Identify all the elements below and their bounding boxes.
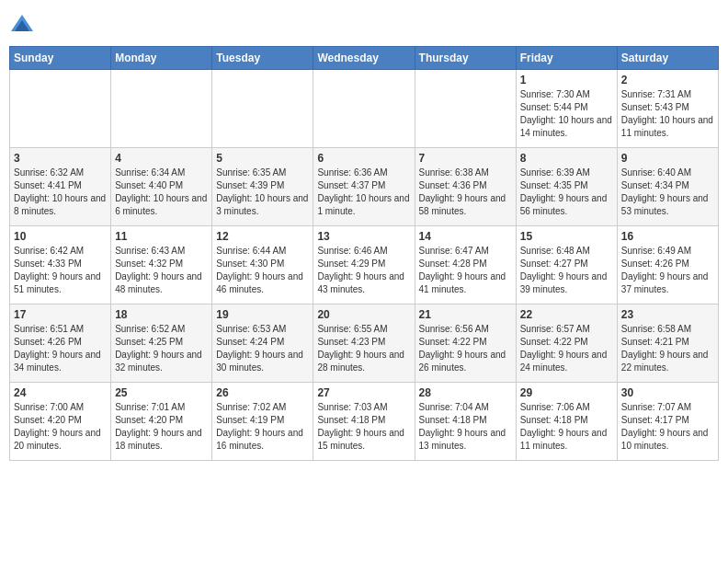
day-cell: 27Sunrise: 7:03 AM Sunset: 4:18 PM Dayli… xyxy=(313,383,415,461)
day-cell: 28Sunrise: 7:04 AM Sunset: 4:18 PM Dayli… xyxy=(415,383,516,461)
day-number: 29 xyxy=(520,386,613,399)
day-cell: 30Sunrise: 7:07 AM Sunset: 4:17 PM Dayli… xyxy=(617,383,718,461)
day-number: 13 xyxy=(317,230,410,243)
day-number: 27 xyxy=(317,386,410,399)
day-info: Sunrise: 7:02 AM Sunset: 4:19 PM Dayligh… xyxy=(216,401,309,453)
day-info: Sunrise: 6:42 AM Sunset: 4:33 PM Dayligh… xyxy=(14,245,107,296)
day-number: 5 xyxy=(216,152,309,165)
day-cell: 4Sunrise: 6:34 AM Sunset: 4:40 PM Daylig… xyxy=(111,148,212,226)
day-cell xyxy=(10,70,111,148)
day-cell: 9Sunrise: 6:40 AM Sunset: 4:34 PM Daylig… xyxy=(617,148,718,226)
day-cell: 29Sunrise: 7:06 AM Sunset: 4:18 PM Dayli… xyxy=(516,383,617,461)
day-cell: 20Sunrise: 6:55 AM Sunset: 4:23 PM Dayli… xyxy=(313,304,415,383)
day-number: 3 xyxy=(14,152,107,165)
logo xyxy=(9,13,39,39)
day-cell: 22Sunrise: 6:57 AM Sunset: 4:22 PM Dayli… xyxy=(516,304,617,383)
day-cell: 24Sunrise: 7:00 AM Sunset: 4:20 PM Dayli… xyxy=(10,383,111,461)
day-number: 8 xyxy=(520,152,613,165)
day-number: 11 xyxy=(115,230,208,243)
day-cell: 1Sunrise: 7:30 AM Sunset: 5:44 PM Daylig… xyxy=(516,70,617,148)
day-cell: 3Sunrise: 6:32 AM Sunset: 4:41 PM Daylig… xyxy=(10,148,111,226)
day-info: Sunrise: 6:52 AM Sunset: 4:25 PM Dayligh… xyxy=(115,323,208,374)
day-cell: 14Sunrise: 6:47 AM Sunset: 4:28 PM Dayli… xyxy=(415,226,516,304)
day-info: Sunrise: 6:55 AM Sunset: 4:23 PM Dayligh… xyxy=(317,323,410,374)
col-header-monday: Monday xyxy=(111,47,212,70)
day-cell: 13Sunrise: 6:46 AM Sunset: 4:29 PM Dayli… xyxy=(313,226,415,304)
day-number: 24 xyxy=(14,386,107,399)
day-info: Sunrise: 6:47 AM Sunset: 4:28 PM Dayligh… xyxy=(419,245,512,296)
col-header-saturday: Saturday xyxy=(617,47,718,70)
day-cell: 18Sunrise: 6:52 AM Sunset: 4:25 PM Dayli… xyxy=(111,304,212,383)
day-cell: 12Sunrise: 6:44 AM Sunset: 4:30 PM Dayli… xyxy=(212,226,313,304)
week-row-1: 1Sunrise: 7:30 AM Sunset: 5:44 PM Daylig… xyxy=(10,70,719,148)
day-cell: 5Sunrise: 6:35 AM Sunset: 4:39 PM Daylig… xyxy=(212,148,313,226)
day-cell xyxy=(111,70,212,148)
day-info: Sunrise: 6:36 AM Sunset: 4:37 PM Dayligh… xyxy=(317,167,410,218)
day-info: Sunrise: 6:49 AM Sunset: 4:26 PM Dayligh… xyxy=(621,245,714,296)
day-info: Sunrise: 7:30 AM Sunset: 5:44 PM Dayligh… xyxy=(520,88,613,140)
day-info: Sunrise: 6:51 AM Sunset: 4:26 PM Dayligh… xyxy=(14,323,107,374)
day-number: 4 xyxy=(115,152,208,165)
day-number: 22 xyxy=(520,308,613,321)
week-row-2: 3Sunrise: 6:32 AM Sunset: 4:41 PM Daylig… xyxy=(10,148,719,226)
day-info: Sunrise: 7:00 AM Sunset: 4:20 PM Dayligh… xyxy=(14,401,107,453)
day-number: 1 xyxy=(520,74,613,86)
day-info: Sunrise: 7:03 AM Sunset: 4:18 PM Dayligh… xyxy=(317,401,410,453)
calendar-table: SundayMondayTuesdayWednesdayThursdayFrid… xyxy=(9,46,719,461)
day-info: Sunrise: 7:04 AM Sunset: 4:18 PM Dayligh… xyxy=(419,401,512,453)
day-cell: 7Sunrise: 6:38 AM Sunset: 4:36 PM Daylig… xyxy=(415,148,516,226)
day-info: Sunrise: 6:56 AM Sunset: 4:22 PM Dayligh… xyxy=(419,323,512,374)
day-number: 26 xyxy=(216,386,309,399)
col-header-wednesday: Wednesday xyxy=(313,47,415,70)
day-info: Sunrise: 6:39 AM Sunset: 4:35 PM Dayligh… xyxy=(520,167,613,218)
day-cell: 6Sunrise: 6:36 AM Sunset: 4:37 PM Daylig… xyxy=(313,148,415,226)
day-info: Sunrise: 6:46 AM Sunset: 4:29 PM Dayligh… xyxy=(317,245,410,296)
day-cell: 16Sunrise: 6:49 AM Sunset: 4:26 PM Dayli… xyxy=(617,226,718,304)
col-header-friday: Friday xyxy=(516,47,617,70)
day-cell xyxy=(313,70,415,148)
day-cell xyxy=(212,70,313,148)
day-cell: 8Sunrise: 6:39 AM Sunset: 4:35 PM Daylig… xyxy=(516,148,617,226)
day-cell xyxy=(415,70,516,148)
day-info: Sunrise: 6:38 AM Sunset: 4:36 PM Dayligh… xyxy=(419,167,512,218)
day-info: Sunrise: 7:06 AM Sunset: 4:18 PM Dayligh… xyxy=(520,401,613,453)
col-header-sunday: Sunday xyxy=(10,47,111,70)
day-info: Sunrise: 6:43 AM Sunset: 4:32 PM Dayligh… xyxy=(115,245,208,296)
day-cell: 2Sunrise: 7:31 AM Sunset: 5:43 PM Daylig… xyxy=(617,70,718,148)
logo-icon xyxy=(9,13,35,39)
day-cell: 10Sunrise: 6:42 AM Sunset: 4:33 PM Dayli… xyxy=(10,226,111,304)
day-info: Sunrise: 6:34 AM Sunset: 4:40 PM Dayligh… xyxy=(115,167,208,218)
day-number: 6 xyxy=(317,152,410,165)
day-info: Sunrise: 6:32 AM Sunset: 4:41 PM Dayligh… xyxy=(14,167,107,218)
header-row: SundayMondayTuesdayWednesdayThursdayFrid… xyxy=(10,47,719,70)
day-number: 14 xyxy=(419,230,512,243)
day-number: 19 xyxy=(216,308,309,321)
day-info: Sunrise: 6:58 AM Sunset: 4:21 PM Dayligh… xyxy=(621,323,714,374)
day-info: Sunrise: 7:07 AM Sunset: 4:17 PM Dayligh… xyxy=(621,401,714,453)
week-row-4: 17Sunrise: 6:51 AM Sunset: 4:26 PM Dayli… xyxy=(10,304,719,383)
day-number: 15 xyxy=(520,230,613,243)
day-info: Sunrise: 6:44 AM Sunset: 4:30 PM Dayligh… xyxy=(216,245,309,296)
day-cell: 25Sunrise: 7:01 AM Sunset: 4:20 PM Dayli… xyxy=(111,383,212,461)
week-row-3: 10Sunrise: 6:42 AM Sunset: 4:33 PM Dayli… xyxy=(10,226,719,304)
day-number: 20 xyxy=(317,308,410,321)
day-cell: 11Sunrise: 6:43 AM Sunset: 4:32 PM Dayli… xyxy=(111,226,212,304)
day-info: Sunrise: 6:40 AM Sunset: 4:34 PM Dayligh… xyxy=(621,167,714,218)
day-info: Sunrise: 6:57 AM Sunset: 4:22 PM Dayligh… xyxy=(520,323,613,374)
week-row-5: 24Sunrise: 7:00 AM Sunset: 4:20 PM Dayli… xyxy=(10,383,719,461)
day-info: Sunrise: 7:01 AM Sunset: 4:20 PM Dayligh… xyxy=(115,401,208,453)
day-number: 18 xyxy=(115,308,208,321)
day-cell: 23Sunrise: 6:58 AM Sunset: 4:21 PM Dayli… xyxy=(617,304,718,383)
col-header-tuesday: Tuesday xyxy=(212,47,313,70)
day-cell: 19Sunrise: 6:53 AM Sunset: 4:24 PM Dayli… xyxy=(212,304,313,383)
day-info: Sunrise: 7:31 AM Sunset: 5:43 PM Dayligh… xyxy=(621,88,714,140)
day-number: 30 xyxy=(621,386,714,399)
day-number: 21 xyxy=(419,308,512,321)
day-number: 16 xyxy=(621,230,714,243)
day-cell: 15Sunrise: 6:48 AM Sunset: 4:27 PM Dayli… xyxy=(516,226,617,304)
day-number: 7 xyxy=(419,152,512,165)
day-number: 10 xyxy=(14,230,107,243)
day-cell: 21Sunrise: 6:56 AM Sunset: 4:22 PM Dayli… xyxy=(415,304,516,383)
day-info: Sunrise: 6:48 AM Sunset: 4:27 PM Dayligh… xyxy=(520,245,613,296)
col-header-thursday: Thursday xyxy=(415,47,516,70)
